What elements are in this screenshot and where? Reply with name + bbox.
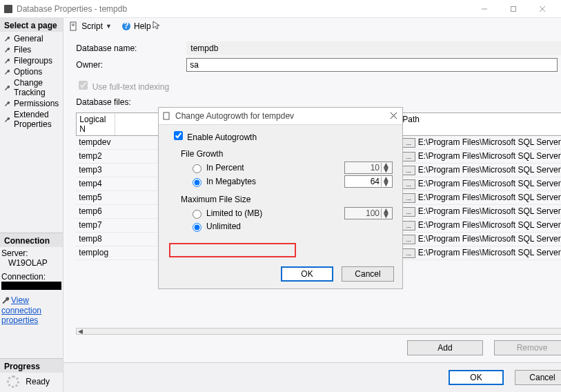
db-name-value: tempdb <box>186 41 561 55</box>
path-picker-button[interactable]: ... <box>402 166 415 175</box>
path-picker-button[interactable]: ... <box>402 138 415 148</box>
limited-spinner: ▲▼ <box>344 207 393 219</box>
script-dropdown-icon[interactable]: ▼ <box>106 23 112 30</box>
path-picker-button[interactable]: ... <box>402 179 415 189</box>
svg-rect-8 <box>164 112 169 119</box>
dialog-cancel-button[interactable]: Cancel <box>342 266 394 282</box>
connection-header: Connection <box>0 233 63 247</box>
dialog-title: Change Autogrowth for tempdev <box>175 111 379 121</box>
maximize-button[interactable] <box>499 0 528 18</box>
in-megabytes-radio[interactable] <box>193 178 201 187</box>
path-picker-button[interactable]: ... <box>402 248 415 258</box>
close-button[interactable] <box>528 0 557 18</box>
file-growth-header: File Growth <box>181 149 393 159</box>
connection-value-redacted <box>1 282 61 290</box>
sidebar-item-permissions[interactable]: Permissions <box>1 98 61 109</box>
mb-input[interactable] <box>345 176 381 187</box>
logical-name-cell: tempdev <box>76 136 115 149</box>
wrench-icon <box>4 84 11 91</box>
wrench-icon <box>4 46 11 53</box>
logical-name-cell: temp2 <box>76 150 115 163</box>
mb-spinner[interactable]: ▲▼ <box>344 175 393 188</box>
script-icon <box>69 21 79 31</box>
sidebar-item-label: Change Tracking <box>14 78 59 97</box>
limited-label: Limited to (MB) <box>206 208 344 218</box>
path-cell: E:\Program Files\Microsoft SQL Server\MS <box>418 234 561 244</box>
in-megabytes-label: In Megabytes <box>206 177 344 186</box>
title-bar: Database Properties - tempdb <box>0 0 561 18</box>
progress-area: Ready <box>0 373 63 392</box>
progress-header: Progress <box>0 359 63 373</box>
sidebar-item-label: Options <box>14 67 42 77</box>
progress-status: Ready <box>26 377 50 386</box>
in-percent-radio[interactable] <box>193 164 201 173</box>
cursor-icon <box>152 21 161 32</box>
fulltext-label: Use full-text indexing <box>92 82 169 92</box>
limited-input <box>345 208 381 219</box>
sidebar-item-extended-properties[interactable]: Extended Properties <box>1 109 61 130</box>
path-cell: E:\Program Files\Microsoft SQL Server\MS <box>418 137 561 147</box>
enable-autogrowth-label: Enable Autogrowth <box>187 133 257 142</box>
sidebar-item-change-tracking[interactable]: Change Tracking <box>1 77 61 98</box>
dialog-close-button[interactable] <box>379 108 398 124</box>
sidebar-item-label: Extended Properties <box>14 110 59 129</box>
path-cell: E:\Program Files\Microsoft SQL Server\MS <box>418 179 561 188</box>
unlimited-label: Unlimited <box>206 222 393 231</box>
path-picker-button[interactable]: ... <box>402 193 415 203</box>
owner-label: Owner: <box>76 60 186 70</box>
enable-autogrowth-checkbox[interactable] <box>174 131 183 140</box>
wrench-icon <box>4 57 11 64</box>
path-cell: E:\Program Files\Microsoft SQL Server\MS <box>418 220 561 230</box>
db-name-label: Database name: <box>76 43 186 53</box>
wrench-icon <box>4 68 11 75</box>
help-icon: ? <box>121 21 131 31</box>
sidebar-item-label: General <box>14 34 43 43</box>
col-logical-name[interactable]: Logical N <box>77 113 115 135</box>
minimize-button[interactable] <box>470 0 499 18</box>
sidebar-item-label: Files <box>14 45 31 55</box>
script-button[interactable]: Script <box>81 21 103 31</box>
owner-input[interactable] <box>186 58 558 72</box>
wrench-icon <box>4 116 11 123</box>
sidebar-item-label: Filegroups <box>14 56 52 66</box>
logical-name-cell: temp3 <box>76 164 115 177</box>
dialog-icon <box>163 112 171 120</box>
logical-name-cell: temp6 <box>76 205 115 218</box>
sidebar-item-filegroups[interactable]: Filegroups <box>1 55 61 66</box>
sidebar-item-files[interactable]: Files <box>1 44 61 55</box>
form-area: Database name: tempdb Owner: ... Use ful… <box>63 35 561 112</box>
help-button[interactable]: Help <box>134 21 151 31</box>
ok-button[interactable]: OK <box>449 370 504 385</box>
logical-name-cell: temp7 <box>76 219 115 232</box>
path-cell: E:\Program Files\Microsoft SQL Server\MS <box>418 165 561 175</box>
logical-name-cell: temp4 <box>76 177 115 190</box>
cancel-button[interactable]: Cancel <box>515 370 561 385</box>
toolbar: Script ▼ ? Help <box>63 18 561 35</box>
svg-rect-3 <box>70 22 76 30</box>
path-picker-button[interactable]: ... <box>402 207 415 217</box>
spinner-icon <box>7 375 19 388</box>
connection-info: Server: W19OLAP Connection: View connect… <box>0 247 63 328</box>
add-button[interactable]: Add <box>407 340 483 355</box>
app-icon <box>4 5 12 13</box>
path-picker-button[interactable]: ... <box>402 152 415 161</box>
select-page-header: Select a page <box>0 18 63 32</box>
sidebar-item-options[interactable]: Options <box>1 66 61 77</box>
horizontal-scrollbar[interactable]: ◀ ▶ <box>76 328 561 335</box>
col-path[interactable]: Path <box>400 113 561 135</box>
sidebar-item-label: Permissions <box>14 99 59 108</box>
path-cell: E:\Program Files\Microsoft SQL Server\MS <box>418 206 561 216</box>
percent-spinner: ▲▼ <box>344 161 393 174</box>
sidebar-item-general[interactable]: General <box>1 33 61 44</box>
autogrowth-dialog: Change Autogrowth for tempdev Enable Aut… <box>158 107 403 289</box>
logical-name-cell: temp8 <box>76 233 115 246</box>
path-picker-button[interactable]: ... <box>402 221 415 231</box>
connection-label: Connection: <box>1 272 61 282</box>
dialog-ok-button[interactable]: OK <box>281 266 333 282</box>
path-picker-button[interactable]: ... <box>402 235 415 244</box>
scroll-left-icon[interactable]: ◀ <box>77 328 83 335</box>
wrench-icon <box>1 296 11 306</box>
unlimited-radio[interactable] <box>193 223 201 232</box>
fulltext-checkbox <box>79 81 88 90</box>
limited-radio[interactable] <box>193 210 201 219</box>
